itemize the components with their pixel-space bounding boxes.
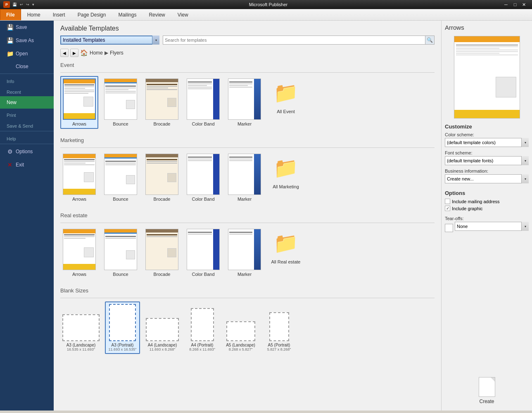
- th-line: [64, 88, 85, 89]
- sidebar-item-recent[interactable]: Recent: [0, 85, 54, 96]
- thumb-content-arrows-event: [64, 79, 95, 119]
- template-label-marker-event: Marker: [238, 121, 252, 126]
- templates-grid-marketing: Arrows: [60, 151, 435, 204]
- tearoffs-label: Tear-offs:: [445, 216, 529, 221]
- preview-img-placeholder: [496, 77, 516, 97]
- preview-body: [454, 42, 520, 58]
- template-a4-landscape[interactable]: A4 (Landscape) 11.693 x 8.268": [143, 316, 181, 354]
- thumb-content-marker-marketing: [228, 154, 261, 195]
- template-bounce-event[interactable]: Bounce: [102, 76, 140, 129]
- preview-line: [456, 53, 499, 54]
- th-line: [105, 93, 136, 93]
- blank-label-a3-portrait: A3 (Portrait): [112, 343, 134, 347]
- minimize-btn[interactable]: ─: [501, 0, 511, 9]
- sidebar-item-save-as[interactable]: 💾 Save As: [0, 34, 54, 47]
- create-button[interactable]: Create: [470, 374, 504, 407]
- tab-insert[interactable]: Insert: [47, 9, 71, 20]
- thumb-content-colorband-event: [187, 79, 219, 119]
- sidebar-item-close[interactable]: Close: [0, 60, 54, 73]
- template-brocade-realestate[interactable]: Brocade: [143, 226, 181, 279]
- template-all-marketing[interactable]: 📁 All Marketing: [267, 151, 305, 192]
- include-graphic-checkbox[interactable]: ✓: [445, 206, 450, 211]
- close-btn[interactable]: ✕: [520, 0, 529, 9]
- sidebar-item-open[interactable]: 📁 Open: [0, 47, 54, 60]
- sidebar-item-new[interactable]: New: [0, 96, 54, 109]
- th-line: [147, 236, 177, 237]
- maximize-btn[interactable]: □: [511, 0, 520, 9]
- thumb-img: [84, 172, 94, 182]
- tab-review[interactable]: Review: [142, 9, 171, 20]
- template-a4-portrait[interactable]: A4 (Portrait) 8.268 x 11.693": [185, 306, 220, 354]
- available-templates-title: Available Templates: [60, 25, 435, 32]
- template-colorband-realestate[interactable]: Color Band: [184, 226, 222, 279]
- template-all-event[interactable]: 📁 All Event: [267, 76, 305, 116]
- template-a5-landscape[interactable]: A5 (Landscape) 8.268 x 5.827": [223, 319, 258, 354]
- template-label-arrows-realestate: Arrows: [72, 272, 86, 277]
- template-all-realestate[interactable]: 📁 All Real estate: [267, 226, 305, 267]
- thumb-body: [105, 85, 136, 94]
- th-line: [105, 161, 136, 162]
- font-scheme-dropdown[interactable]: (default template fonts): [445, 156, 529, 165]
- business-info-dropdown[interactable]: Create new...: [445, 174, 529, 183]
- forward-button[interactable]: ▶: [70, 49, 78, 57]
- th-line: [64, 163, 86, 164]
- thumb-sidebar: [254, 229, 261, 270]
- undo-btn[interactable]: ↩: [19, 2, 24, 7]
- thumb-content-bounce-marketing: [104, 154, 137, 195]
- tab-mailings[interactable]: Mailings: [112, 9, 142, 20]
- thumb-img: [167, 98, 176, 107]
- tab-home[interactable]: Home: [21, 9, 47, 20]
- tab-page-design[interactable]: Page Design: [71, 9, 112, 20]
- template-brocade-event[interactable]: Brocade: [143, 76, 181, 129]
- template-marker-realestate[interactable]: Marker: [226, 226, 264, 279]
- templates-scroll[interactable]: Event: [54, 59, 441, 411]
- template-a3-portrait[interactable]: A3 (Portrait) 11.693 x 16.535": [105, 301, 140, 354]
- template-arrows-realestate[interactable]: Arrows: [60, 226, 98, 279]
- th-line: [188, 87, 212, 88]
- tab-view[interactable]: View: [171, 9, 195, 20]
- template-colorband-event[interactable]: Color Band: [184, 76, 222, 129]
- thumb-stripe: [104, 82, 137, 83]
- search-input[interactable]: [163, 36, 425, 45]
- sidebar-item-options[interactable]: ⚙ Options: [0, 145, 54, 158]
- th-line: [229, 83, 252, 84]
- panel-title: Arrows: [445, 24, 529, 33]
- thumb-content-marker-event: [228, 79, 261, 119]
- preview-line: [456, 45, 518, 45]
- template-arrows-marketing[interactable]: Arrows: [60, 151, 98, 204]
- template-brocade-marketing[interactable]: Brocade: [143, 151, 181, 204]
- include-mailing-checkbox[interactable]: [445, 199, 450, 204]
- create-btn-label: Create: [479, 399, 494, 404]
- back-button[interactable]: ◀: [60, 49, 69, 57]
- template-arrows-event[interactable]: Arrows: [60, 76, 98, 129]
- sidebar-item-save-send[interactable]: Save & Send: [0, 119, 54, 130]
- template-colorband-marketing[interactable]: Color Band: [184, 151, 222, 204]
- th-line: [64, 84, 94, 85]
- search-button[interactable]: 🔍: [425, 36, 435, 45]
- breadcrumb-home[interactable]: Home: [90, 50, 103, 56]
- template-dropdown[interactable]: Installed Templates My Templates Online …: [60, 36, 159, 45]
- template-a3-landscape[interactable]: A3 (Landscape) 16.535 x 11.693": [60, 312, 102, 354]
- folder-thumb-marketing: 📁: [269, 154, 302, 183]
- sidebar-item-save[interactable]: 💾 Save: [0, 21, 54, 34]
- th-line: [188, 157, 212, 158]
- template-marker-event[interactable]: Marker: [226, 76, 264, 129]
- template-a5-portrait[interactable]: A5 (Portrait) 5.827 x 8.268": [261, 310, 297, 354]
- blank-thumb-a4-portrait: [191, 308, 214, 341]
- color-scheme-dropdown[interactable]: (default template colors): [445, 138, 529, 147]
- sidebar-item-print[interactable]: Print: [0, 109, 54, 119]
- customize-quick-access[interactable]: ▾: [31, 2, 35, 7]
- template-label-colorband-marketing: Color Band: [192, 197, 214, 202]
- redo-btn[interactable]: ↪: [25, 2, 30, 7]
- thumb-body: [229, 156, 252, 162]
- sidebar-item-exit[interactable]: ✕ Exit: [0, 158, 54, 171]
- sidebar-item-info[interactable]: Info: [0, 75, 54, 85]
- th-line: [188, 160, 212, 161]
- template-marker-marketing[interactable]: Marker: [226, 151, 264, 204]
- tab-file[interactable]: File: [0, 9, 21, 20]
- template-bounce-marketing[interactable]: Bounce: [102, 151, 140, 204]
- template-bounce-realestate[interactable]: Bounce: [102, 226, 140, 279]
- save-quick-btn[interactable]: 💾: [12, 2, 18, 7]
- tearoffs-dropdown[interactable]: None: [455, 222, 529, 231]
- sidebar-item-help[interactable]: Help: [0, 132, 54, 143]
